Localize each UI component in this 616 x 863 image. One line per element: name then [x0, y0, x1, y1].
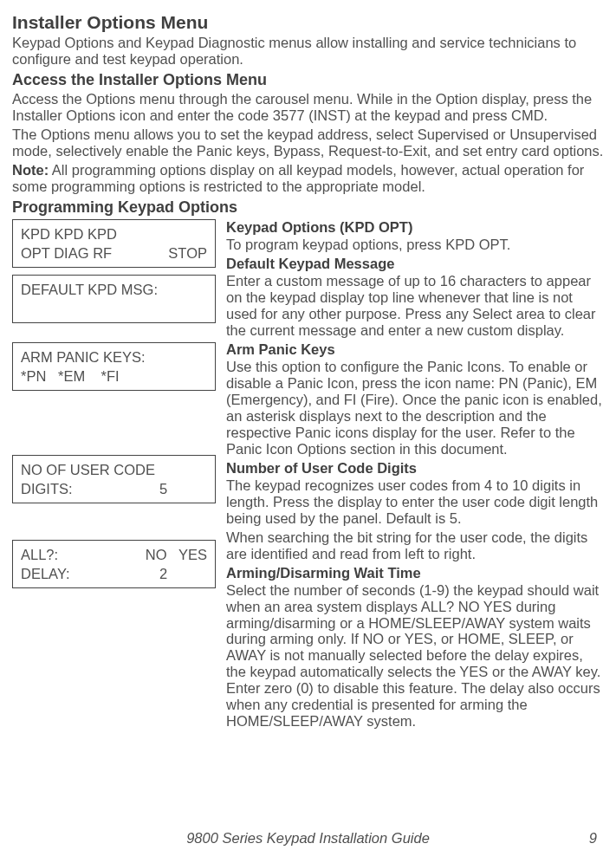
default-msg-heading: Default Keypad Message: [226, 256, 604, 272]
display-kpd-line2-left: OPT DIAG RF: [21, 243, 112, 263]
right-column: Keypad Options (KPD OPT) To program keyp…: [226, 219, 604, 732]
display-digits: NO OF USER CODE DIGITS: 5: [12, 455, 216, 503]
default-msg-body: Enter a custom message of up to 16 chara…: [226, 273, 604, 339]
delay-body: Select the number of seconds (1-9) the k…: [226, 582, 604, 730]
footer-page: 9: [589, 830, 597, 847]
display-delay-line1-right: NO YES: [146, 545, 207, 564]
left-column: KPD KPD KPD OPT DIAG RF STOP DEFAULT KPD…: [12, 219, 216, 732]
access-p2: The Options menu allows you to set the k…: [12, 127, 604, 159]
footer: 9800 Series Keypad Installation Guide 9: [0, 830, 616, 847]
display-arm-line2: *PN *EM *FI: [21, 367, 120, 386]
display-digits-line2-right: 5: [159, 479, 207, 498]
display-kpd-opt: KPD KPD KPD OPT DIAG RF STOP: [12, 219, 216, 268]
display-kpd-line2-right: STOP: [168, 243, 207, 263]
note-label: Note:: [12, 162, 49, 178]
digits-body1: The keypad recognizes user codes from 4 …: [226, 477, 604, 527]
arm-panic-body: Use this option to configure the Panic I…: [226, 359, 604, 457]
kpdopt-body: To program keypad options, press KPD OPT…: [226, 237, 604, 253]
display-digits-line2-left: DIGITS:: [21, 479, 73, 498]
intro-text: Keypad Options and Keypad Diagnostic men…: [12, 35, 604, 68]
digits-heading: Number of User Code Digits: [226, 460, 604, 477]
display-delay: ALL?: NO YES DELAY: 2: [12, 540, 216, 588]
display-default-msg: DEFAULT KPD MSG:: [12, 275, 216, 323]
display-default-line1: DEFAULT KPD MSG:: [21, 280, 158, 299]
arm-panic-heading: Arm Panic Keys: [226, 341, 604, 358]
display-delay-line1-left: ALL?:: [21, 545, 58, 564]
display-arm-line1: ARM PANIC KEYS:: [21, 347, 146, 367]
display-kpd-line1: KPD KPD KPD: [21, 224, 117, 243]
note-text: All programming options display on all k…: [12, 162, 584, 194]
digits-body2: When searching the bit string for the us…: [226, 529, 604, 562]
access-heading: Access the Installer Options Menu: [12, 71, 604, 89]
kpdopt-heading: Keypad Options (KPD OPT): [226, 219, 604, 236]
footer-title: 9800 Series Keypad Installation Guide: [186, 830, 430, 847]
note-paragraph: Note: All programming options display on…: [12, 162, 604, 195]
access-p1: Access the Options menu through the caro…: [12, 91, 604, 124]
page-title: Installer Options Menu: [12, 12, 604, 32]
display-arm-panic: ARM PANIC KEYS: *PN *EM *FI: [12, 342, 216, 391]
display-delay-line2-right: 2: [159, 564, 207, 583]
display-digits-line1: NO OF USER CODE: [21, 460, 155, 479]
display-delay-line2-left: DELAY:: [21, 564, 70, 583]
programming-heading: Programming Keypad Options: [12, 198, 604, 217]
delay-heading: Arming/Disarming Wait Time: [226, 565, 604, 581]
